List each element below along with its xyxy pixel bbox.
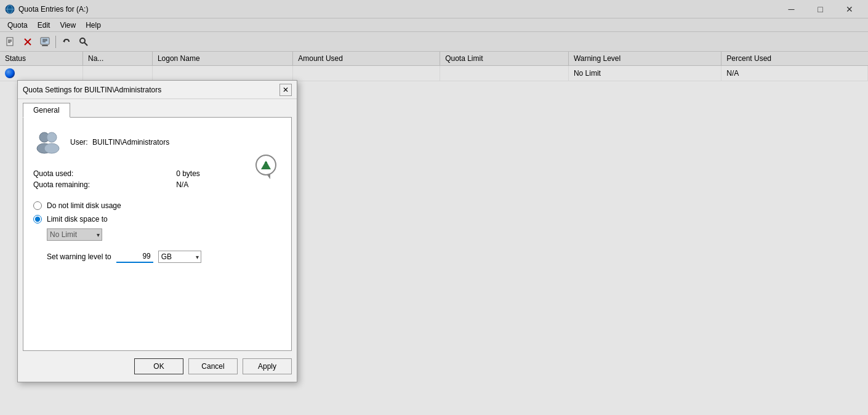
tab-general[interactable]: General (23, 103, 70, 118)
bubble-tail-icon (267, 174, 270, 179)
svg-point-20 (44, 143, 59, 153)
user-icon (33, 127, 63, 157)
warning-row: Set warning level to KB MB GB TB ▾ (47, 251, 281, 263)
limit-label: Limit disk space to (47, 215, 108, 224)
dialog-overlay: Quota Settings for BUILTIN\Administrator… (0, 0, 868, 415)
user-name: BUILTIN\Administrators (92, 138, 169, 147)
limit-dropdown-row: No Limit KB MB GB TB ▾ (47, 228, 281, 241)
user-label: User: (70, 138, 88, 147)
no-limit-label: Do not limit disk usage (47, 201, 121, 210)
warning-value-input[interactable] (116, 251, 153, 263)
no-limit-radio[interactable] (33, 201, 42, 210)
warning-label: Set warning level to (47, 252, 111, 261)
dialog-close-button[interactable]: ✕ (279, 84, 292, 96)
warning-unit-wrapper: KB MB GB TB ▾ (158, 251, 201, 263)
ok-button[interactable]: OK (134, 358, 183, 374)
upload-circle-icon (255, 155, 276, 175)
limit-radio[interactable] (33, 215, 42, 224)
upload-icon-area (255, 155, 276, 179)
dialog-title-bar: Quota Settings for BUILTIN\Administrator… (18, 81, 297, 99)
dialog-title: Quota Settings for BUILTIN\Administrator… (23, 86, 279, 94)
cancel-button[interactable]: Cancel (188, 358, 238, 374)
arrow-stem-icon (265, 162, 267, 166)
quota-used-label: Quota used: (33, 169, 171, 178)
user-info: User: BUILTIN\Administrators (70, 138, 169, 147)
dialog-buttons: OK Cancel Apply (18, 351, 297, 382)
apply-button[interactable]: Apply (243, 358, 292, 374)
limit-dropdown[interactable]: No Limit KB MB GB TB (47, 228, 102, 241)
radio-group: Do not limit disk usage Limit disk space… (33, 201, 281, 263)
warning-unit-dropdown[interactable]: KB MB GB TB (158, 251, 201, 263)
svg-point-19 (47, 132, 57, 142)
limit-row: Limit disk space to (33, 215, 281, 224)
user-row: User: BUILTIN\Administrators (33, 127, 281, 157)
no-limit-row: Do not limit disk usage (33, 201, 281, 210)
quota-settings-dialog: Quota Settings for BUILTIN\Administrator… (17, 80, 297, 382)
dialog-tab-strip: General (18, 99, 297, 117)
quota-remaining-label: Quota remaining: (33, 180, 171, 189)
limit-dropdown-wrapper: No Limit KB MB GB TB ▾ (47, 228, 102, 241)
quota-remaining-value: N/A (176, 180, 281, 189)
dialog-content: User: BUILTIN\Administrators Quota used:… (23, 117, 292, 351)
quota-info-grid: Quota used: 0 bytes Quota remaining: N/A (33, 169, 281, 189)
